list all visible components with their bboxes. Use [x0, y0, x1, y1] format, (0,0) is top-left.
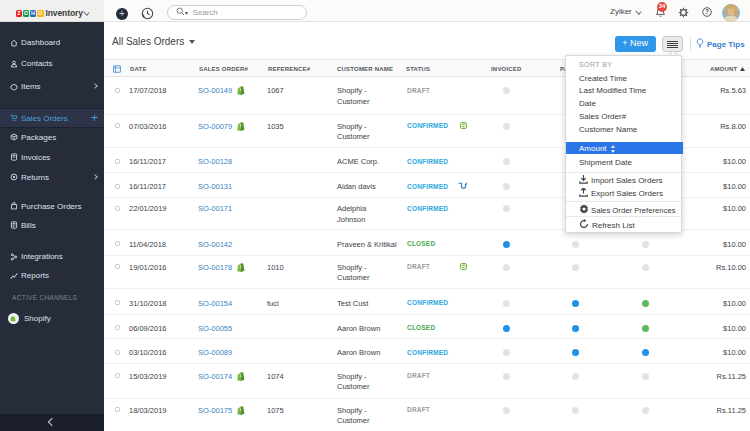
svg-text:?: ? [705, 8, 709, 15]
